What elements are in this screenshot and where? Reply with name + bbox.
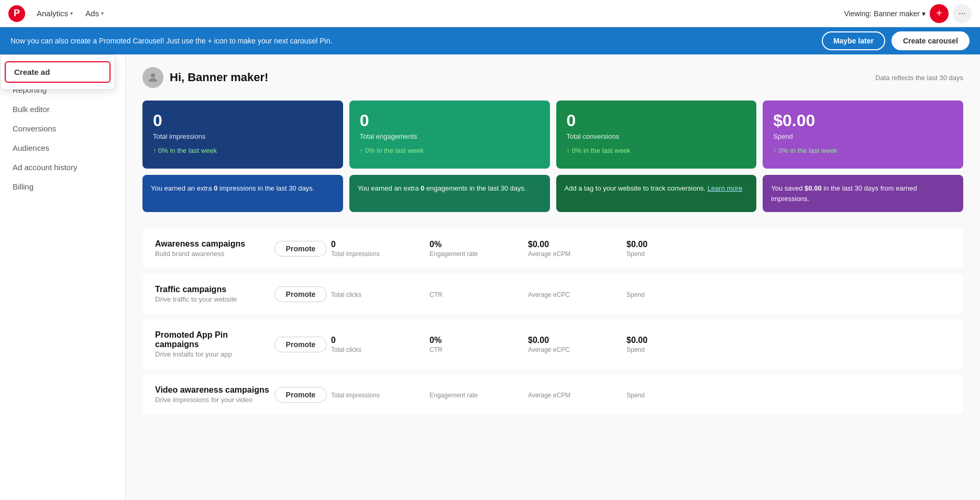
campaign-stat-0-0: 0 Total impressions — [331, 240, 425, 258]
avatar — [142, 67, 163, 88]
maybe-later-button[interactable]: Maybe later — [822, 31, 885, 50]
campaign-stat-2-0: 0 Total clicks — [331, 336, 425, 353]
banner-text: Now you can also create a Promoted Carou… — [10, 37, 816, 45]
info-card-2: Add a tag to your website to track conve… — [556, 175, 757, 212]
campaign-stat-3-1: Engagement rate — [430, 391, 524, 399]
promote-button-3[interactable]: Promote — [274, 387, 327, 403]
ads-nav[interactable]: Ads ▾ — [80, 6, 109, 21]
promote-button-1[interactable]: Promote — [274, 286, 327, 302]
campaign-stat-label-2-2: Average eCPC — [528, 346, 622, 353]
top-nav-right: Viewing: Banner maker ▾ + ··· — [844, 4, 972, 23]
campaign-stat-3-0: Total impressions — [331, 391, 425, 399]
analytics-chevron-icon: ▾ — [70, 10, 73, 16]
campaign-name-0: Awareness campaignsBuild brand awareness — [155, 239, 270, 258]
campaign-stat-1-1: CTR — [430, 290, 524, 298]
viewing-selector[interactable]: Viewing: Banner maker ▾ — [844, 9, 926, 18]
page-greeting: Hi, Banner maker! — [170, 71, 268, 84]
ads-chevron-icon: ▾ — [101, 10, 104, 16]
campaign-stat-3-3: Spend — [626, 391, 700, 399]
campaign-stat-label-1-1: CTR — [430, 291, 524, 298]
analytics-label: Analytics — [37, 9, 68, 18]
campaign-name-1: Traffic campaignsDrive traffic to your w… — [155, 285, 270, 303]
sidebar-item-audiences[interactable]: Audiences — [0, 138, 125, 158]
data-note: Data reflects the last 30 days — [875, 74, 963, 82]
top-nav-links: Analytics ▾ Ads ▾ — [31, 6, 109, 21]
top-nav: P Analytics ▾ Ads ▾ Viewing: Banner make… — [0, 0, 980, 27]
stat-label-0: Total impressions — [153, 132, 333, 140]
sidebar-item-ad-account-history[interactable]: Ad account history — [0, 158, 125, 177]
campaign-stat-1-0: Total clicks — [331, 290, 425, 298]
more-icon: ··· — [959, 9, 965, 18]
campaign-stat-label-1-2: Average eCPC — [528, 291, 622, 298]
campaign-stat-label-2-1: CTR — [430, 346, 524, 353]
add-button[interactable]: + — [930, 4, 949, 23]
analytics-nav[interactable]: Analytics ▾ — [31, 6, 78, 21]
stat-trend-3: ↑ 0% in the last week — [773, 147, 953, 154]
stat-card-0: 0 Total impressions ↑ 0% in the last wee… — [142, 101, 343, 169]
campaign-stat-label-1-0: Total clicks — [331, 291, 425, 298]
campaign-section-0: Awareness campaignsBuild brand awareness… — [142, 229, 963, 268]
info-text-3: You saved $0.00 in the last 30 days from… — [771, 184, 917, 203]
main-header: Hi, Banner maker! Data reflects the last… — [142, 67, 963, 88]
stat-label-3: Spend — [773, 132, 953, 140]
info-card-3: You saved $0.00 in the last 30 days from… — [763, 175, 963, 212]
campaign-stat-label-3-2: Average eCPM — [528, 392, 622, 399]
info-card-0: You earned an extra 0 impressions in the… — [142, 175, 343, 212]
create-ad-label: Create ad — [14, 68, 50, 76]
ads-label: Ads — [85, 9, 99, 18]
campaign-stat-value-2-2: $0.00 — [528, 336, 622, 345]
campaign-stat-label-0-2: Average eCPM — [528, 250, 622, 258]
viewing-chevron-icon: ▾ — [922, 9, 926, 18]
campaign-name-2: Promoted App Pin campaignsDrive installs… — [155, 330, 270, 358]
campaign-stat-label-0-1: Engagement rate — [430, 250, 524, 258]
sidebar-item-bulk-editor[interactable]: Bulk editor — [0, 99, 125, 119]
campaigns-list: Awareness campaignsBuild brand awareness… — [142, 229, 963, 414]
campaign-stat-label-0-0: Total impressions — [331, 250, 425, 258]
stat-value-2: 0 — [567, 111, 746, 130]
pinterest-logo[interactable]: P — [8, 5, 25, 22]
campaign-section-1: Traffic campaignsDrive traffic to your w… — [142, 274, 963, 314]
sidebar-item-conversions[interactable]: Conversions — [0, 119, 125, 138]
stat-card-3: $0.00 Spend ↑ 0% in the last week — [763, 101, 963, 169]
create-carousel-button[interactable]: Create carousel — [891, 31, 970, 50]
stat-value-3: $0.00 — [773, 111, 953, 130]
campaign-stat-label-3-3: Spend — [626, 392, 700, 399]
campaign-stat-value-0-2: $0.00 — [528, 240, 622, 249]
campaign-stat-label-3-0: Total impressions — [331, 392, 425, 399]
info-grid: You earned an extra 0 impressions in the… — [142, 175, 963, 212]
sidebar-item-billing[interactable]: Billing — [0, 177, 125, 196]
create-ad-item[interactable]: Create ad — [5, 61, 111, 83]
promote-button-0[interactable]: Promote — [274, 241, 327, 257]
campaign-stat-label-3-1: Engagement rate — [430, 392, 524, 399]
more-button[interactable]: ··· — [953, 4, 972, 23]
campaign-stat-0-2: $0.00 Average eCPM — [528, 240, 622, 258]
stat-label-1: Total engagements — [360, 132, 539, 140]
viewing-label-text: Viewing: Banner maker — [844, 9, 920, 18]
main-content: Hi, Banner maker! Data reflects the last… — [126, 54, 980, 500]
campaign-stat-0-1: 0% Engagement rate — [430, 240, 524, 258]
stat-trend-1: ↑ 0% in the last week — [360, 147, 539, 154]
stats-grid: 0 Total impressions ↑ 0% in the last wee… — [142, 101, 963, 169]
campaign-stat-label-0-3: Spend — [626, 250, 700, 258]
campaign-stat-value-2-1: 0% — [430, 336, 524, 345]
stat-trend-0: ↑ 0% in the last week — [153, 147, 333, 154]
campaign-stat-2-1: 0% CTR — [430, 336, 524, 353]
stat-card-1: 0 Total engagements ↑ 0% in the last wee… — [349, 101, 550, 169]
svg-point-0 — [151, 73, 155, 77]
promote-button-2[interactable]: Promote — [274, 337, 327, 352]
campaign-stat-value-0-3: $0.00 — [626, 240, 700, 249]
campaign-stat-value-0-0: 0 — [331, 240, 425, 249]
sidebar: Create ad OverviewReportingBulk editorCo… — [0, 54, 126, 500]
campaign-name-3: Video awareness campaignsDrive impressio… — [155, 385, 270, 404]
campaign-section-2: Promoted App Pin campaignsDrive installs… — [142, 320, 963, 369]
campaign-stat-value-0-1: 0% — [430, 240, 524, 249]
stat-card-2: 0 Total conversions ↑ 0% in the last wee… — [556, 101, 757, 169]
stat-value-0: 0 — [153, 111, 333, 130]
campaign-stat-1-2: Average eCPC — [528, 290, 622, 298]
campaign-stat-2-2: $0.00 Average eCPC — [528, 336, 622, 353]
campaign-section-3: Video awareness campaignsDrive impressio… — [142, 375, 963, 414]
main-layout: Create ad OverviewReportingBulk editorCo… — [0, 54, 980, 500]
ads-dropdown-menu: Create ad — [0, 54, 115, 90]
campaign-stat-3-2: Average eCPM — [528, 391, 622, 399]
info-text-1: You earned an extra 0 engagements in the… — [358, 184, 526, 192]
